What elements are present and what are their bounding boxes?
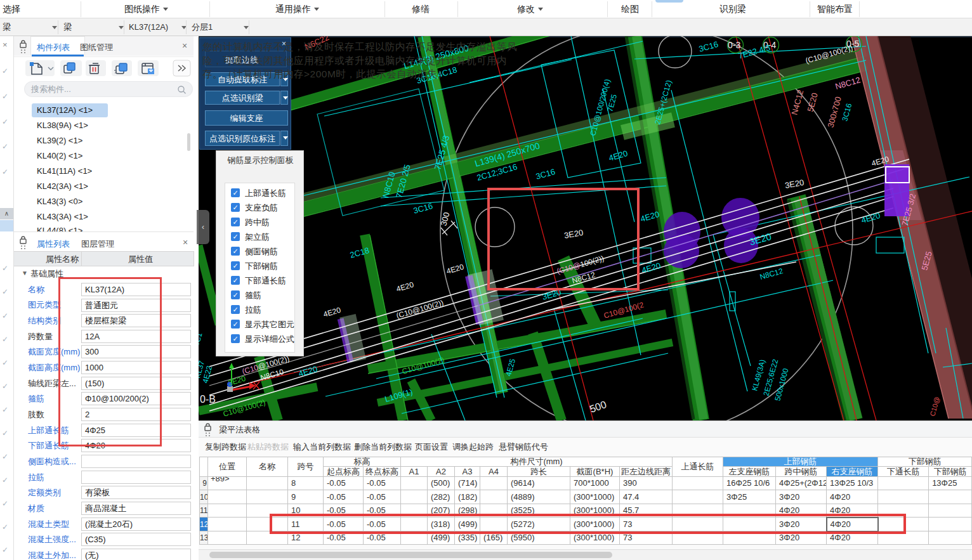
svg-text:3C16: 3C16 bbox=[535, 167, 556, 181]
svg-text:4E20: 4E20 bbox=[298, 364, 319, 379]
svg-text:4E20: 4E20 bbox=[445, 263, 465, 276]
svg-text:0-B: 0-B bbox=[200, 394, 216, 405]
svg-text:5E20: 5E20 bbox=[805, 92, 819, 113]
svg-text:4E20: 4E20 bbox=[322, 306, 342, 319]
svg-text:3E20: 3E20 bbox=[784, 178, 805, 190]
svg-text:4C1: 4C1 bbox=[199, 332, 204, 348]
svg-text:3C16: 3C16 bbox=[840, 102, 853, 122]
svg-text:(C10@100(2)): (C10@100(2)) bbox=[395, 298, 445, 320]
svg-text:500: 500 bbox=[588, 399, 608, 415]
svg-text:4E20: 4E20 bbox=[608, 148, 629, 163]
svg-text:3E20: 3E20 bbox=[227, 374, 247, 387]
svg-text:0-3: 0-3 bbox=[728, 40, 740, 50]
svg-text:7E22 4/3: 7E22 4/3 bbox=[737, 42, 772, 61]
svg-text:4E20: 4E20 bbox=[860, 211, 881, 225]
svg-text:3C16: 3C16 bbox=[412, 201, 434, 216]
svg-text:3C16: 3C16 bbox=[698, 39, 719, 54]
svg-text:C10@: C10@ bbox=[928, 396, 941, 417]
svg-text:300x700: 300x700 bbox=[825, 96, 843, 129]
svg-text:4E20: 4E20 bbox=[395, 280, 415, 294]
svg-text:N4C12: N4C12 bbox=[789, 89, 805, 116]
